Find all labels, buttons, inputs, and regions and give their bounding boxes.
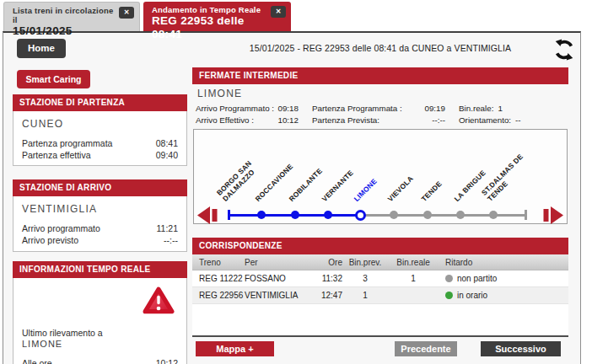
station-marker [456,211,465,219]
status-text: in orario [457,291,487,300]
station-marker [291,211,299,219]
station-marker [228,210,230,220]
status-dot-icon [445,275,453,282]
station-label: VERNANTE [320,169,355,203]
stop-details: Arrivo Programmato :09:18Partenza Progra… [196,104,567,125]
col-header-per: Per [245,258,314,267]
connection-cell: 12:47 [314,291,342,300]
departure-panel: CUNEO Partenza programmata08:41 Partenza… [13,111,187,166]
arrival-row-label: Arrivo previsto [22,234,78,246]
successivo-button[interactable]: Successivo [481,341,561,356]
stop-detail: Partenza Programmata :09:19 [312,104,445,113]
realtime-panel: Ultimo rilevamento a LIMONE Alle ore10:1… [13,278,187,364]
col-header-bin-reale: Bin.reale [388,258,439,267]
tab-label-line1: Lista treni in circolazione il [13,6,117,24]
smart-caring-button[interactable]: Smart Caring [17,70,90,88]
departure-station-name: CUNEO [22,118,178,130]
precedente-button[interactable]: Precedente [395,341,457,356]
connection-row[interactable]: REG 11222FOSSANO11:3231non partito [192,270,568,287]
station-label: VIEVOLA [386,174,415,203]
connection-status: in orario [439,291,568,300]
station-marker [324,211,332,219]
connection-cell: VENTIMIGLIA [245,291,314,300]
close-icon[interactable]: ✕ [119,7,134,19]
connection-cell: 11:32 [314,274,342,283]
station-marker [390,211,398,219]
last-detection-label: Ultimo rilevamento a [22,327,178,339]
departure-row-label: Partenza effettiva [22,149,91,161]
departure-row-value: 08:41 [156,137,178,149]
realtime-panel-title: INFORMAZIONI TEMPO REALE [13,261,187,278]
status-dot-icon [445,292,453,299]
station-marker [355,210,366,221]
route-line-end-tick [525,210,527,220]
time-label: Alle ore [22,357,52,364]
col-header-treno: Treno [192,258,245,267]
current-stop-name: LIMONE [197,88,242,99]
connection-cell: FOSSANO [245,274,314,283]
connection-cell: REG 11222 [192,274,245,283]
connection-row[interactable]: REG 22956VENTIMIGLIA12:471in orario [192,287,568,304]
col-header-ritardo: Ritardo [439,258,568,267]
close-icon[interactable]: ✕ [271,6,286,18]
departure-row-value: 09:40 [156,149,178,161]
connection-status: non partito [439,274,568,283]
connections-table: Treno Per Ore Bin.prev. Bin.reale Ritard… [192,254,568,335]
departure-panel-title: STAZIONE DI PARTENZA [13,94,187,111]
tab-andamento-tempo-reale[interactable]: Andamento in Tempo Reale REG 22953 delle… [143,2,291,31]
station-label: LA BRIGUE [453,169,487,203]
arrival-panel: VENTIMIGLIA Arrivo programmato11:21 Arri… [13,196,187,252]
col-header-ore: Ore [314,258,342,267]
station-label: ST.DALMAS DETENDE [481,153,531,203]
departure-row-label: Partenza programmata [22,137,112,149]
corrispondenze-title: CORRISPONDENZE [192,238,568,254]
stop-detail: Arrivo Effettivo :10:12 [196,115,299,125]
station-marker [423,211,432,219]
route-diagram: BORGO SANDALMAZZOROCCAVIONEROBILANTEVERN… [193,129,568,224]
arrival-panel-title: STAZIONE DI ARRIVO [13,179,187,196]
tab-label-line1: Andamento in Tempo Reale [152,5,269,14]
station-marker [489,211,498,219]
connection-cell: 1 [388,274,439,283]
page-title: 15/01/2025 - REG 22953 delle 08:41 da CU… [192,43,568,53]
refresh-icon[interactable] [552,38,576,62]
arrival-row-value: --:-- [164,234,178,246]
arrival-row-label: Arrivo programmato [22,222,100,234]
station-label: LIMONE [353,177,379,203]
arrival-row-value: 11:21 [157,222,179,234]
connections-table-header: Treno Per Ore Bin.prev. Bin.reale Ritard… [192,254,568,270]
connection-cell: 3 [342,274,388,283]
col-header-bin-prev: Bin.prev. [342,258,388,267]
home-button[interactable]: Home [17,39,66,58]
status-text: non partito [457,274,497,283]
station-label: ROBILANTE [288,167,324,203]
tab-label-line2: REG 22953 delle 08:41 [152,14,269,41]
fermate-intermedie-title: FERMATE INTERMEDIE [192,67,568,84]
footer-divider [192,335,568,337]
last-detection-station: LIMONE [22,339,178,349]
tab-lista-treni[interactable]: Lista treni in circolazione il 15/01/202… [3,2,140,31]
stop-detail: Orientamento:-- [459,115,567,125]
stop-detail: Partenza Prevista:--:-- [312,115,445,125]
tab-label-line2: 15/01/2025 [13,24,117,38]
mappa-button[interactable]: Mappa + [196,341,274,356]
time-value: 10:12 [156,357,178,364]
arrival-station-name: VENTIMIGLIA [22,203,178,215]
route-line-remaining [360,214,525,217]
stop-detail: Bin.reale:1 [459,104,567,113]
warning-icon [143,286,175,315]
station-marker [257,211,266,219]
station-label: TENDE [420,179,444,203]
connection-cell: REG 22956 [192,291,245,300]
scroll-right-arrow-icon[interactable] [541,206,563,224]
stop-detail: Arrivo Programmato :09:18 [196,104,299,113]
connection-cell: 1 [342,291,388,300]
scroll-left-arrow-icon[interactable] [197,206,220,224]
